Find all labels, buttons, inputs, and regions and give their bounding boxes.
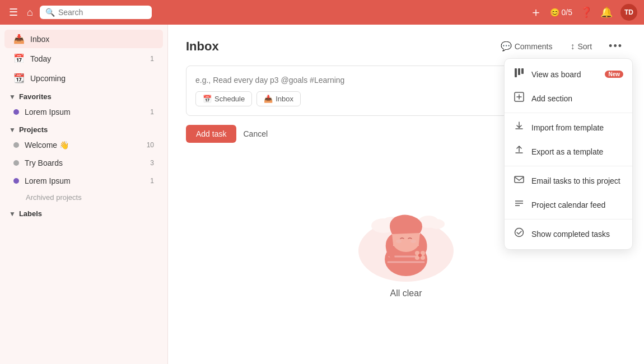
comments-label: Comments — [515, 42, 553, 51]
layout: 📥 Inbox 📅 Today 1 📆 Upcoming ▼ Favorites… — [0, 25, 644, 364]
main-actions: 💬 Comments ↕ Sort ••• — [496, 38, 626, 54]
comments-button[interactable]: 💬 Comments — [496, 38, 557, 54]
topbar-actions: ＋ 😊 0/5 ❓ 🔔 TD — [530, 4, 637, 21]
sidebar-item-lorem1[interactable]: Lorem Ipsum 1 — [4, 104, 163, 120]
svg-point-16 — [418, 254, 422, 257]
new-badge: New — [605, 71, 623, 78]
welcome-label: Welcome 👋 — [25, 141, 141, 150]
svg-rect-23 — [515, 176, 524, 183]
sort-button[interactable]: ↕ Sort — [566, 39, 596, 54]
dropdown-menu: View as board New Add section Import fro… — [504, 58, 633, 250]
dropdown-show-completed[interactable]: Show completed tasks — [505, 222, 632, 246]
favorites-title: Favorites — [19, 92, 52, 101]
empty-state-message: All clear — [390, 288, 422, 298]
dropdown-export-template[interactable]: Export as a template — [505, 139, 632, 164]
board-icon — [514, 68, 525, 81]
sidebar-item-today[interactable]: 📅 Today 1 — [4, 49, 163, 68]
topbar: ☰ ⌂ 🔍 ＋ 😊 0/5 ❓ 🔔 TD — [0, 0, 644, 25]
export-icon — [514, 145, 525, 158]
sidebar-item-upcoming[interactable]: 📆 Upcoming — [4, 69, 163, 87]
sidebar-item-upcoming-label: Upcoming — [30, 74, 154, 83]
svg-point-9 — [396, 240, 402, 243]
dropdown-divider-1 — [505, 113, 632, 113]
today-count: 1 — [150, 55, 154, 63]
lorem1-count: 1 — [150, 108, 154, 116]
schedule-icon: 📅 — [203, 95, 212, 103]
add-section-label: Add section — [531, 94, 623, 103]
favorites-section-header[interactable]: ▼ Favorites — [0, 88, 167, 103]
add-task-button[interactable]: Add task — [186, 125, 236, 143]
sort-icon: ↕ — [570, 41, 575, 52]
add-icon[interactable]: ＋ — [530, 4, 542, 21]
avatar[interactable]: TD — [620, 4, 637, 21]
favorites-chevron-icon: ▼ — [9, 93, 16, 101]
lorem1-label: Lorem Ipsum — [25, 108, 144, 116]
inbox-assign-button[interactable]: 📥 Inbox — [256, 91, 301, 106]
lorem2-dot — [13, 178, 19, 184]
svg-point-10 — [410, 240, 416, 243]
show-completed-label: Show completed tasks — [531, 230, 623, 239]
cancel-button[interactable]: Cancel — [243, 129, 268, 138]
main-content: Inbox 💬 Comments ↕ Sort ••• 📅 Schedule — [168, 25, 644, 364]
calendar-feed-label: Project calendar feed — [531, 200, 623, 209]
karma-icon: 😊 — [550, 8, 559, 17]
score-value: 0/5 — [562, 8, 572, 17]
projects-section-header[interactable]: ▼ Projects — [0, 121, 167, 136]
email-icon — [514, 174, 525, 187]
dropdown-calendar-feed[interactable]: Project calendar feed — [505, 193, 632, 217]
today-icon: 📅 — [13, 53, 25, 64]
help-icon[interactable]: ❓ — [580, 6, 592, 18]
sidebar-item-welcome[interactable]: Welcome 👋 10 — [4, 137, 163, 153]
labels-title: Labels — [19, 209, 42, 218]
dropdown-divider-2 — [505, 166, 632, 166]
welcome-count: 10 — [147, 141, 154, 149]
dropdown-add-section[interactable]: Add section — [505, 86, 632, 110]
bell-icon[interactable]: 🔔 — [600, 6, 613, 18]
archived-projects-link[interactable]: Archived projects — [17, 190, 167, 205]
search-icon: 🔍 — [45, 8, 55, 17]
svg-rect-17 — [515, 68, 517, 77]
search-input[interactable] — [58, 8, 137, 17]
projects-chevron-icon: ▼ — [9, 126, 16, 134]
sort-label: Sort — [577, 42, 592, 51]
sidebar-item-try-boards[interactable]: Try Boards 3 — [4, 155, 163, 171]
export-template-label: Export as a template — [531, 147, 623, 156]
empty-illustration — [350, 195, 462, 282]
hamburger-icon[interactable]: ☰ — [7, 4, 20, 21]
svg-point-4 — [429, 219, 445, 229]
schedule-button[interactable]: 📅 Schedule — [195, 91, 252, 106]
dropdown-divider-3 — [505, 219, 632, 220]
dropdown-import-template[interactable]: Import from template — [505, 115, 632, 139]
import-icon — [514, 121, 525, 134]
more-options-button[interactable]: ••• — [605, 38, 626, 54]
labels-chevron-icon: ▼ — [9, 210, 16, 218]
check-circle-icon — [514, 227, 525, 240]
main-header: Inbox 💬 Comments ↕ Sort ••• — [186, 38, 626, 54]
dropdown-view-board[interactable]: View as board New — [505, 62, 632, 86]
projects-title: Projects — [19, 125, 48, 134]
search-bar[interactable]: 🔍 — [40, 6, 152, 19]
welcome-dot — [13, 142, 19, 148]
sidebar-item-inbox-label: Inbox — [30, 35, 154, 44]
labels-section-header[interactable]: ▼ Labels — [0, 205, 167, 220]
comments-icon: 💬 — [501, 41, 512, 52]
dropdown-email-tasks[interactable]: Email tasks to this project — [505, 169, 632, 193]
score-display[interactable]: 😊 0/5 — [550, 8, 572, 17]
home-icon[interactable]: ⌂ — [25, 4, 35, 21]
try-boards-dot — [13, 160, 19, 166]
lorem1-dot — [13, 109, 19, 115]
calendar-feed-icon — [514, 198, 525, 211]
sidebar-item-lorem2[interactable]: Lorem Ipsum 1 — [4, 172, 163, 189]
try-boards-label: Try Boards — [25, 158, 144, 167]
inbox-assign-label: Inbox — [276, 95, 293, 103]
inbox-assign-icon: 📥 — [264, 95, 273, 103]
sidebar-item-inbox[interactable]: 📥 Inbox — [4, 30, 163, 48]
schedule-label: Schedule — [214, 95, 245, 103]
sidebar-item-today-label: Today — [30, 54, 144, 63]
email-tasks-label: Email tasks to this project — [531, 176, 623, 185]
sidebar: 📥 Inbox 📅 Today 1 📆 Upcoming ▼ Favorites… — [0, 25, 168, 364]
inbox-icon: 📥 — [13, 34, 25, 44]
lorem2-label: Lorem Ipsum — [25, 176, 144, 185]
page-title: Inbox — [186, 39, 496, 54]
upcoming-icon: 📆 — [13, 73, 25, 83]
